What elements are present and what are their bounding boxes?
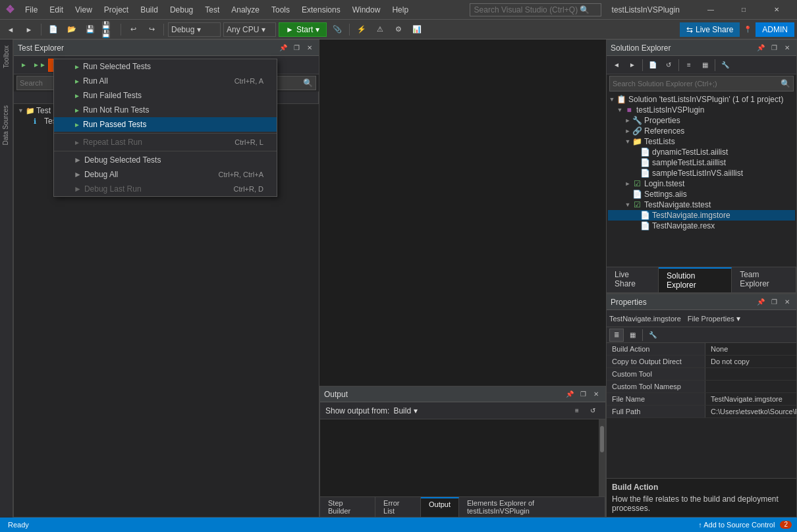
- sol-collapse-btn[interactable]: ≡: [682, 59, 696, 72]
- props-close-button[interactable]: ✕: [782, 297, 792, 307]
- sol-item-resx[interactable]: 📄 TestNavigate.resx: [608, 221, 795, 231]
- output-float-button[interactable]: ❐: [578, 389, 588, 400]
- prop-value-custom-tool[interactable]: [705, 368, 796, 380]
- diag-button[interactable]: ⚠: [372, 22, 388, 37]
- minimize-button[interactable]: —: [696, 0, 726, 20]
- settings-button[interactable]: ⚙: [391, 22, 406, 37]
- menu-tools[interactable]: Tools: [266, 4, 295, 16]
- sol-item-sampleinvs[interactable]: 📄 sampleTestListInVS.aiillist: [608, 168, 795, 178]
- prop-value-filename[interactable]: TestNavigate.imgstore: [705, 393, 796, 405]
- attach-button[interactable]: 📎: [329, 22, 345, 37]
- te-float-button[interactable]: ❐: [291, 43, 302, 53]
- menu-run-all[interactable]: ► Run All Ctrl+R, A: [54, 74, 277, 88]
- sol-close-button[interactable]: ✕: [782, 43, 792, 53]
- prop-value-copy-output[interactable]: Do not copy: [705, 356, 796, 367]
- debug-config-combo[interactable]: Debug ▾: [168, 22, 221, 37]
- start-button[interactable]: ► Start ▾: [279, 22, 327, 37]
- sol-item-testnavigate[interactable]: ▼ ☑ TestNavigate.tstest: [608, 200, 795, 210]
- menu-debug-all[interactable]: ► Debug All Ctrl+R, Ctrl+A: [54, 167, 277, 182]
- status-ready[interactable]: Ready: [5, 521, 32, 529]
- menu-run-notrun[interactable]: ► Run Not Run Tests: [54, 103, 277, 117]
- prop-value-build-action[interactable]: None: [705, 343, 796, 355]
- te-close-button[interactable]: ✕: [304, 43, 315, 53]
- output-close-button[interactable]: ✕: [591, 389, 601, 400]
- menu-run-failed[interactable]: ► Run Failed Tests: [54, 88, 277, 103]
- save-button[interactable]: 💾: [82, 22, 98, 37]
- tab-solution-explorer[interactable]: Solution Explorer: [659, 267, 732, 292]
- admin-button[interactable]: ADMIN: [756, 22, 794, 37]
- menu-debug[interactable]: Debug: [165, 4, 198, 16]
- menu-window[interactable]: Window: [347, 4, 386, 16]
- perf-button[interactable]: ⚡: [354, 22, 370, 37]
- output-btn-2[interactable]: ↺: [586, 404, 600, 417]
- sol-item-imgstore[interactable]: 📄 TestNavigate.imgstore: [608, 210, 795, 221]
- status-source-control[interactable]: ↑ Add to Source Control: [696, 521, 777, 529]
- menu-help[interactable]: Help: [387, 4, 414, 16]
- title-search-input[interactable]: [474, 5, 580, 14]
- props-float-button[interactable]: ❐: [769, 297, 779, 307]
- sol-props-btn[interactable]: 📄: [646, 59, 660, 72]
- sol-item-sample[interactable]: 📄 sampleTestList.aiillist: [608, 157, 795, 168]
- props-type-combo[interactable]: File Properties ▾: [688, 314, 740, 323]
- menu-debug-selected[interactable]: ► Debug Selected Tests: [54, 153, 277, 167]
- tab-error-list[interactable]: Error List: [375, 497, 421, 517]
- output-btn-1[interactable]: ≡: [570, 404, 584, 417]
- tab-output[interactable]: Output: [421, 497, 459, 517]
- prop-value-custom-tool-ns[interactable]: [705, 381, 796, 392]
- sol-refresh-btn[interactable]: ↺: [661, 59, 676, 72]
- run-tests-button[interactable]: ►: [16, 59, 31, 72]
- te-pin-button[interactable]: 📌: [278, 43, 289, 53]
- menu-edit[interactable]: Edit: [44, 4, 69, 16]
- back-button[interactable]: ◄: [3, 22, 18, 37]
- forward-button[interactable]: ►: [21, 22, 37, 37]
- sol-forward-btn[interactable]: ►: [625, 59, 640, 72]
- maximize-button[interactable]: □: [728, 0, 759, 20]
- sol-item-properties[interactable]: ► 🔧 Properties: [608, 115, 795, 126]
- props-pin-button[interactable]: 📌: [756, 297, 766, 307]
- output-pin-button[interactable]: 📌: [564, 389, 575, 400]
- tab-team-explorer[interactable]: Team Explorer: [732, 267, 796, 292]
- platform-combo[interactable]: Any CPU ▾: [223, 22, 276, 37]
- output-scrollbar[interactable]: [599, 419, 605, 496]
- live-share-button[interactable]: ⇆ Live Share: [680, 22, 740, 37]
- menu-view[interactable]: View: [70, 4, 97, 16]
- props-category-btn[interactable]: ▦: [625, 329, 640, 342]
- menu-run-passed[interactable]: ► Run Passed Tests: [54, 117, 277, 132]
- menu-extensions[interactable]: Extensions: [296, 4, 346, 16]
- sol-pin-button[interactable]: 📌: [756, 43, 766, 53]
- data-sources-tab[interactable]: Data Sources: [0, 100, 13, 151]
- tab-live-share[interactable]: Live Share: [607, 267, 659, 292]
- close-button[interactable]: ✕: [761, 0, 792, 20]
- menu-build[interactable]: Build: [135, 4, 163, 16]
- tab-step-builder[interactable]: Step Builder: [320, 497, 375, 517]
- open-button[interactable]: 📂: [64, 22, 80, 37]
- sol-item-dynamic[interactable]: 📄 dynamicTestList.aiilist: [608, 147, 795, 157]
- props-grid-view-btn[interactable]: ≣: [609, 329, 624, 342]
- undo-button[interactable]: ↩: [125, 22, 141, 37]
- sol-item-project[interactable]: ▼ ■ testListsInVSPlugin: [608, 105, 795, 115]
- sol-float-button[interactable]: ❐: [769, 43, 779, 53]
- sol-item-testlists[interactable]: ▼ 📁 TestLists: [608, 136, 795, 147]
- menu-analyze[interactable]: Analyze: [226, 4, 265, 16]
- sol-back-btn[interactable]: ◄: [609, 59, 624, 72]
- sol-view-btn[interactable]: ▦: [698, 59, 712, 72]
- sol-item-solution[interactable]: ▼ 📋 Solution 'testListsInVSPlugin' (1 of…: [608, 94, 795, 105]
- run-all-button[interactable]: ►►: [32, 59, 47, 72]
- new-file-button[interactable]: 📄: [45, 22, 61, 37]
- prop-value-fullpath[interactable]: C:\Users\etsvetko\Source\R: [705, 406, 796, 417]
- menu-run-selected[interactable]: ► Run Selected Tests: [54, 59, 277, 74]
- menu-file[interactable]: File: [20, 4, 43, 16]
- menu-test[interactable]: Test: [200, 4, 225, 16]
- tab-elements-explorer[interactable]: Elements Explorer of testListsInVSPlugin: [459, 497, 605, 517]
- redo-button[interactable]: ↪: [144, 22, 159, 37]
- sol-item-settings[interactable]: 📄 Settings.aiis: [608, 189, 795, 200]
- save-all-button[interactable]: 💾💾: [101, 22, 117, 37]
- sol-search-input[interactable]: [613, 80, 781, 88]
- toolbox-tab[interactable]: Toolbox: [0, 40, 13, 74]
- sol-item-login[interactable]: ► ☑ Login.tstest: [608, 178, 795, 189]
- menu-project[interactable]: Project: [99, 4, 134, 16]
- sol-filter-btn[interactable]: 🔧: [718, 59, 732, 72]
- profiler-button[interactable]: 📊: [409, 22, 425, 37]
- sol-item-references[interactable]: ► 🔗 References: [608, 126, 795, 136]
- props-help-btn[interactable]: 🔧: [646, 329, 660, 342]
